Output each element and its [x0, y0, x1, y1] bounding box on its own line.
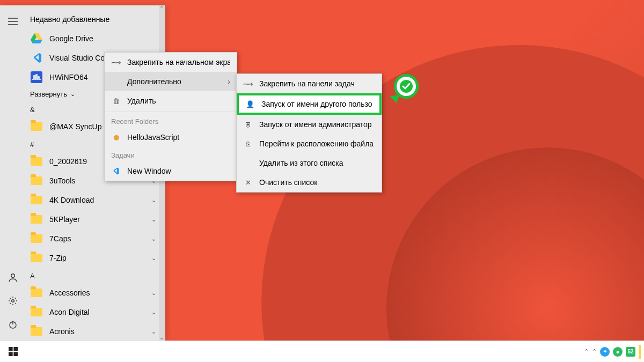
svg-point-0: [11, 274, 14, 277]
cm-delete[interactable]: 🗑 Удалить: [105, 91, 237, 110]
tray-indicator: [639, 345, 641, 359]
gdrive-icon: [30, 32, 43, 45]
settings-icon[interactable]: [0, 289, 26, 313]
start-rail: [0, 5, 26, 341]
js-icon: ⬢: [111, 134, 121, 142]
vscode-icon: [30, 51, 43, 64]
folder-icon: [30, 306, 43, 319]
pin-icon: ⟿: [111, 58, 121, 67]
vscode-icon: [111, 167, 121, 175]
recently-added-header: Недавно добавленные: [26, 10, 165, 29]
cm-pin-taskbar[interactable]: ⟿ Закрепить на панели задач: [237, 74, 382, 93]
tray-app-icon[interactable]: ●: [613, 347, 623, 357]
folder-icon: [30, 325, 43, 338]
app-item[interactable]: 4K Download⌄: [26, 190, 165, 210]
tasks-header: Задачи: [105, 147, 237, 161]
chevron-right-icon: ›: [228, 77, 230, 86]
file-icon: ⎘: [243, 140, 253, 148]
svg-rect-5: [9, 347, 13, 351]
folder-icon: [30, 232, 43, 245]
cm-pin-start[interactable]: ⟿ Закрепить на начальном экране: [105, 53, 237, 72]
cm-open-file-location[interactable]: ⎘ Перейти к расположению файла: [237, 134, 382, 153]
cm-run-as-other-user[interactable]: 👤 Запуск от имени другого пользо: [237, 93, 382, 115]
folder-icon: [30, 213, 43, 226]
context-menu-2: ⟿ Закрепить на панели задач 👤 Запуск от …: [236, 73, 382, 193]
user-icon[interactable]: [0, 265, 26, 289]
power-icon[interactable]: [0, 313, 26, 336]
taskbar: ⌃ ⌃ ✦ ● 52: [0, 341, 644, 362]
folder-icon: [30, 155, 43, 168]
tray-overflow-icon[interactable]: ⌃: [584, 348, 589, 355]
folder-icon: [30, 286, 43, 299]
context-menu-1: ⟿ Закрепить на начальном экране Дополнит…: [104, 52, 237, 181]
app-item[interactable]: Google Drive: [26, 29, 165, 48]
recent-folders-header: Recent Folders: [105, 113, 237, 128]
app-item[interactable]: Accessories⌄: [26, 283, 165, 302]
app-item[interactable]: 7Caps⌄: [26, 229, 165, 248]
folder-icon: [30, 120, 43, 133]
svg-rect-3: [31, 71, 42, 83]
hwinfo-icon: [30, 71, 43, 84]
svg-point-1: [12, 300, 14, 302]
svg-rect-8: [13, 352, 18, 356]
folder-icon: [30, 174, 43, 187]
shield-icon: ⛨: [243, 121, 253, 129]
expand-label: Развернуть: [30, 90, 67, 98]
app-item[interactable]: 5KPlayer⌄: [26, 210, 165, 229]
annotation-callout: [389, 74, 419, 104]
svg-rect-7: [9, 352, 13, 356]
pin-icon: ⟿: [243, 80, 253, 88]
letter-header[interactable]: A: [26, 268, 165, 283]
tray-app-icon[interactable]: ✦: [600, 347, 610, 357]
folder-icon: [30, 194, 43, 206]
trash-icon: 🗑: [111, 97, 121, 105]
cm-run-as-admin[interactable]: ⛨ Запуск от имени администратор: [237, 115, 382, 134]
check-icon: [399, 79, 413, 93]
start-button[interactable]: [0, 341, 26, 363]
svg-rect-6: [13, 347, 18, 351]
user-icon: 👤: [245, 100, 255, 108]
cm-more[interactable]: Дополнительно ›: [105, 72, 237, 91]
tray-overflow-icon[interactable]: ⌃: [592, 348, 597, 355]
folder-icon: [30, 252, 43, 264]
cm-remove-from-list[interactable]: Удалить из этого списка: [237, 153, 382, 173]
hamburger-icon[interactable]: [0, 10, 26, 33]
app-item[interactable]: 7-Zip⌄: [26, 248, 165, 268]
app-label: Google Drive: [49, 34, 161, 43]
close-icon: ✕: [243, 179, 253, 187]
chevron-down-icon: ⌄: [70, 91, 75, 98]
cm-recent-item[interactable]: ⬢ HelloJavaScript: [105, 128, 237, 147]
cm-clear-list[interactable]: ✕ Очистить список: [237, 173, 382, 192]
cm-task-item[interactable]: New Window: [105, 161, 237, 181]
system-tray: ⌃ ⌃ ✦ ● 52: [584, 345, 644, 359]
app-item[interactable]: Acon Digital⌄: [26, 302, 165, 322]
separator: [105, 112, 237, 112]
app-item[interactable]: Acronis⌄: [26, 322, 165, 341]
tray-badge[interactable]: 52: [626, 347, 635, 357]
